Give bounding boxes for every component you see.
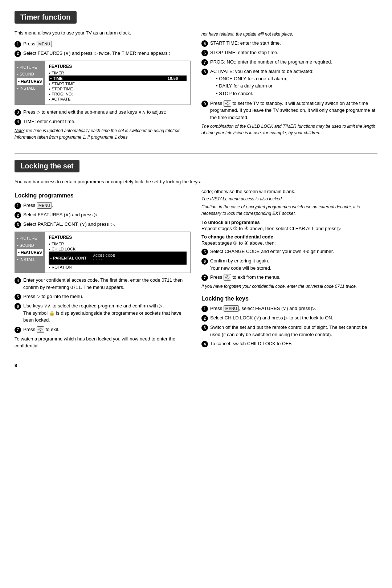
keys-step-4-content: To cancel: switch CHILD LOCK to OFF.	[210, 340, 377, 347]
step-num-7-r: 7	[201, 59, 208, 66]
change-code-num-5: 5	[201, 249, 208, 255]
keys-step-2-content: Select CHILD LOCK (∨) and press ▷ to set…	[210, 314, 377, 322]
timer-menu-box: • PICTURE • SOUND • FEATURES • INSTALL F…	[15, 61, 191, 105]
lock-sidebar-sound: • SOUND	[17, 242, 43, 249]
ok-key-lock: ⓞ	[37, 326, 44, 333]
lock-step-3-content: Select PARENTAL. CONT. (∨) and press ▷.	[23, 221, 191, 228]
caution-text: Caution: in the case of encrypted progra…	[201, 204, 377, 217]
step-num-5-r: 5	[201, 40, 208, 47]
lock-step-3: 3 Select PARENTAL. CONT. (∨) and press ▷…	[15, 221, 191, 228]
locking-right-col: code; otherwise the screen will remain b…	[201, 189, 377, 352]
change-code-step-5-content: Select CHANGE CODE and enter your own 4-…	[210, 248, 377, 255]
keys-step-1: 1 Press MENU, select FEATURES (∨) and pr…	[201, 305, 377, 312]
step-num-8-r: 8	[201, 69, 208, 75]
change-code-step-7-content: Press ⓞ to exit from the menus.	[210, 274, 377, 281]
lock-watch-note-content: To watch a programme which has been lock…	[15, 335, 191, 350]
menu-key-lock: MENU	[37, 202, 52, 209]
step-num-3: 3	[15, 109, 21, 116]
sidebar-item-install: • INSTALL	[17, 85, 43, 92]
lock-menu-timer: • TIMER	[49, 241, 187, 246]
install-locked-note: The INSTALL menu access is also locked.	[201, 196, 377, 202]
locking-section: Locking the set You can bar access to ce…	[15, 160, 377, 352]
step-num-9-r: 9	[201, 101, 208, 107]
step-3-content: Press ▷ to enter and exit the sub-menus …	[23, 109, 191, 116]
standby-key: ⓞ	[224, 100, 231, 107]
change-code-step-7: 7 Press ⓞ to exit from the menus.	[201, 274, 377, 281]
timer-step-9: 9 Press ⓞ to set the TV to standby. It w…	[201, 100, 377, 121]
locking-prog-steps-2: 4 Enter your confidential access code. T…	[15, 277, 191, 350]
to-unlock-text: Repeat stages ① to ④ above, then select …	[201, 226, 377, 231]
keys-step-3-content: Switch off the set and put the remote co…	[210, 324, 377, 338]
change-code-step-6-content: Confirm by entering it again. Your new c…	[210, 257, 377, 271]
timer-left-col: This menu allows you to use your TV as a…	[15, 29, 191, 143]
timer-steps-left: 1 Press MENU. 2 Select FEATURES (∨) and …	[15, 40, 191, 57]
lock-sidebar-features: • FEATURES	[17, 249, 43, 256]
lock-step-7: 7 Press ⓞ to exit.	[15, 326, 191, 333]
keys-step-num-4: 4	[201, 341, 208, 347]
step-6-content: STOP TIME: enter the stop time.	[210, 49, 377, 56]
change-code-num-6: 6	[201, 258, 208, 265]
lock-menu-rotation: • ROTATION	[49, 265, 187, 270]
keys-step-num-3: 3	[201, 324, 208, 331]
lock-step-6: 6 Use keys ∨∧ to select the required pro…	[15, 302, 191, 324]
acces-code-label: ACCES CODE	[93, 254, 115, 257]
step-4-content: TIME: enter current time.	[23, 118, 191, 125]
change-code-steps: 5 Select CHANGE CODE and enter your own …	[201, 248, 377, 281]
lock-step-num-3: 3	[15, 221, 21, 228]
lock-step-5-content: Press ▷ to go into the menu.	[23, 293, 191, 300]
locking-keys-title: Locking the keys	[201, 295, 377, 302]
timer-step-2: 2 Select FEATURES (∨) and press ▷ twice.…	[15, 50, 191, 57]
once-only: • ONCE ONLY for a one-off alarm,	[216, 75, 377, 83]
step-num-1: 1	[15, 41, 21, 48]
step-9-content: Press ⓞ to set the TV to standby. It wil…	[210, 100, 377, 121]
step-8-content: ACTIVATE: you can set the alarm to be ac…	[210, 68, 377, 98]
to-change-code-text: Repeat stages ① to ④ above, then:	[201, 240, 377, 246]
timer-section: Timer function This menu allows you to u…	[15, 11, 377, 143]
stop: • STOP to cancel.	[216, 90, 377, 98]
step-1-content: Press MENU.	[23, 40, 191, 48]
locking-intro: You can bar access to certain programmes…	[15, 178, 377, 185]
lock-step-7-content: Press ⓞ to exit.	[23, 326, 191, 333]
daily: • DAILY for a daily alarm or	[216, 82, 377, 90]
step-2-content: Select FEATURES (∨) and press ▷ twice. T…	[23, 50, 191, 57]
timer-menu-time: • TIME 10:56	[49, 75, 187, 81]
keys-step-3: 3 Switch off the set and put the remote …	[201, 324, 377, 338]
step-5-content: START TIME: enter the start time.	[210, 40, 377, 47]
timer-note-italic: Note: the time is updated automatically …	[15, 127, 191, 140]
forgotten-code-note: If you have forgotten your confidential …	[201, 283, 377, 290]
locking-menu-sidebar: • PICTURE • SOUND • FEATURES • INSTALL	[15, 232, 45, 273]
lock-step-num-7: 7	[15, 327, 21, 333]
locking-menu-content: FEATURES • TIMER • CHILD LOCK • PARENTAL…	[45, 232, 190, 273]
timer-intro: This menu allows you to use your TV as a…	[15, 29, 191, 37]
step-7-content: PROG; NO;: enter the number of the progr…	[210, 58, 377, 66]
lock-step-num-5: 5	[15, 294, 21, 300]
activate-options: • ONCE ONLY for a one-off alarm, • DAILY…	[216, 75, 377, 98]
lock-step-1: 1 Press MENU.	[15, 202, 191, 209]
page-number: 8	[15, 363, 17, 368]
lock-step-5: 5 Press ▷ to go into the menu.	[15, 293, 191, 300]
lock-step-2: 2 Select FEATURES (∨) and press ▷.	[15, 211, 191, 219]
timer-steps-left-2: 3 Press ▷ to enter and exit the sub-menu…	[15, 109, 191, 125]
timer-step-8: 8 ACTIVATE: you can set the alarm to be …	[201, 68, 377, 98]
lock-menu-childlock: • CHILD LOCK	[49, 246, 187, 252]
timer-section-header: Timer function	[15, 11, 77, 24]
change-code-step-5: 5 Select CHANGE CODE and enter your own …	[201, 248, 377, 255]
sidebar-item-picture: • PICTURE	[17, 64, 43, 71]
keys-step-2: 2 Select CHILD LOCK (∨) and press ▷ to s…	[201, 314, 377, 322]
timer-menu-activate: • ACTIVATE	[49, 97, 187, 102]
keys-step-1-content: Press MENU, select FEATURES (∨) and pres…	[210, 305, 377, 312]
timer-right-col: not have teletext, the update will not t…	[201, 29, 377, 143]
locking-prog-steps: 1 Press MENU. 2 Select FEATURES (∨) and …	[15, 202, 191, 228]
step-num-6-r: 6	[201, 50, 208, 56]
locking-section-header: Locking the set	[15, 160, 79, 172]
lock-menu-parental: • PARENTAL CONT ACCES CODE - - - -	[49, 252, 187, 265]
keys-step-num-2: 2	[201, 315, 208, 322]
lock-watch-note: To watch a programme which has been lock…	[15, 335, 191, 350]
change-code-num-7: 7	[201, 274, 208, 281]
code-continue: code; otherwise the screen will remain b…	[201, 189, 377, 194]
lock-step-4-content: Enter your confidential access code. The…	[23, 277, 191, 291]
lock-sidebar-picture: • PICTURE	[17, 235, 43, 242]
timer-menu-content: FEATURES • TIMER • TIME 10:56 • START TI…	[45, 61, 190, 105]
lock-step-4: 4 Enter your confidential access code. T…	[15, 277, 191, 291]
menu-key-keys: MENU	[224, 305, 239, 312]
